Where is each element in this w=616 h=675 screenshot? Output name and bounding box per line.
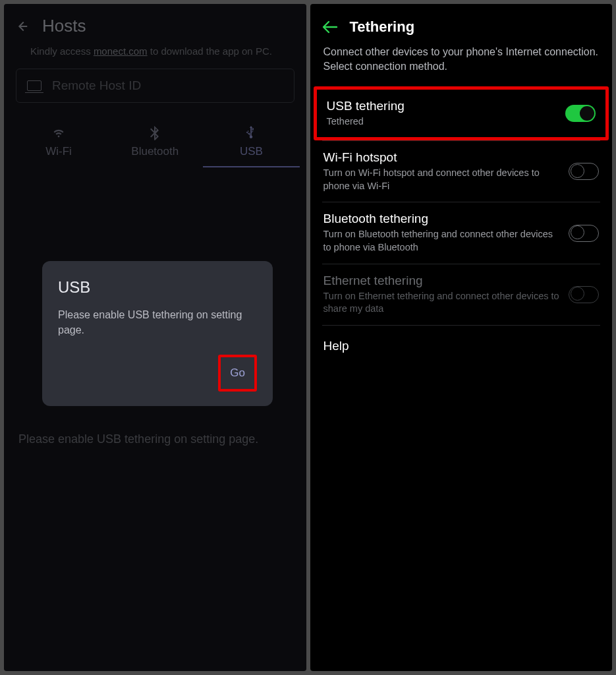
bluetooth-tethering-row[interactable]: Bluetooth tethering Turn on Bluetooth te… [310,202,613,263]
row-subtitle: Turn on Bluetooth tethering and connect … [323,228,560,254]
usb-dialog: USB Please enable USB tethering on setti… [42,261,273,406]
usb-tethering-highlight: USB tethering Tethered [314,86,609,141]
help-row[interactable]: Help [310,326,613,367]
wifi-hotspot-row[interactable]: Wi-Fi hotspot Turn on Wi-Fi hotspot and … [310,141,613,202]
bluetooth-tethering-toggle[interactable] [569,225,599,242]
page-description: Connect other devices to your phone's In… [310,44,613,86]
go-button[interactable]: Go [221,357,254,389]
go-highlight: Go [218,355,257,392]
usb-tethering-row[interactable]: USB tethering Tethered [317,90,606,138]
tethering-list: USB tethering Tethered Wi-Fi hotspot Tur… [310,86,613,367]
row-subtitle: Tethered [327,115,557,129]
dialog-actions: Go [58,355,257,392]
row-title: Wi-Fi hotspot [323,150,560,165]
help-label: Help [323,339,349,353]
page-title: Tethering [350,18,415,36]
hosts-screen: Hosts Kindly access monect.com to downlo… [4,4,306,671]
back-arrow-icon[interactable] [322,20,338,34]
row-title: Bluetooth tethering [323,212,560,226]
ethernet-tethering-toggle [569,286,599,303]
row-text: Wi-Fi hotspot Turn on Wi-Fi hotspot and … [323,150,560,192]
ethernet-tethering-row: Ethernet tethering Turn on Ethernet teth… [310,264,613,325]
row-text: USB tethering Tethered [327,99,557,129]
dialog-body: Please enable USB tethering on setting p… [58,307,257,338]
row-subtitle: Turn on Wi-Fi hotspot and connect other … [323,167,560,192]
row-text: Ethernet tethering Turn on Ethernet teth… [323,274,560,316]
header: Tethering [310,4,613,44]
row-text: Bluetooth tethering Turn on Bluetooth te… [323,212,560,254]
wifi-hotspot-toggle[interactable] [569,163,599,180]
row-title: USB tethering [327,99,557,113]
usb-tethering-toggle[interactable] [565,105,596,122]
row-title: Ethernet tethering [323,274,560,288]
row-subtitle: Turn on Ethernet tethering and connect o… [323,290,560,316]
dialog-title: USB [58,278,257,297]
tethering-screen: Tethering Connect other devices to your … [310,4,613,671]
